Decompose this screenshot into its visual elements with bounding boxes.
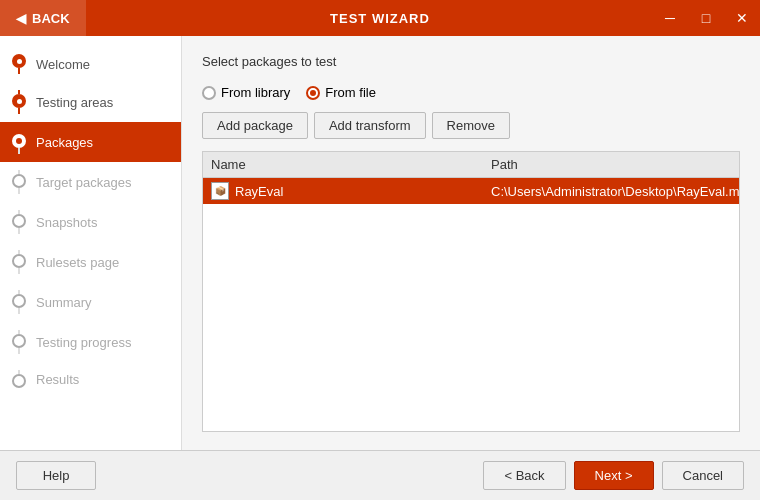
radio-group: From library From file (202, 85, 740, 100)
col-header-path: Path (491, 157, 731, 172)
step-line-ta-bottom (18, 108, 20, 114)
radio-btn-from-file[interactable] (306, 86, 320, 100)
sidebar-item-packages[interactable]: Packages (0, 122, 181, 162)
sidebar-item-testing-areas[interactable]: Testing areas (0, 82, 181, 122)
sidebar-label-target-packages: Target packages (36, 175, 131, 190)
step-circle-target-packages (12, 174, 26, 188)
step-line-rules-bottom (18, 268, 20, 274)
step-indicator-results (10, 370, 28, 388)
remove-button[interactable]: Remove (432, 112, 510, 139)
sidebar-item-summary[interactable]: Summary (0, 282, 181, 322)
step-line-pkg-bottom (18, 148, 20, 154)
step-circle-testing-areas (12, 94, 26, 108)
sidebar-label-rulesets: Rulesets page (36, 255, 119, 270)
table-cell-path: C:\Users\Administrator\Desktop\RayEval.m… (491, 184, 739, 199)
step-indicator-packages (10, 130, 28, 154)
minimize-button[interactable]: ─ (652, 0, 688, 36)
content-area: Select packages to test From library Fro… (182, 36, 760, 450)
main-container: Welcome Testing areas Packages (0, 36, 760, 450)
sidebar-item-welcome[interactable]: Welcome (0, 46, 181, 82)
button-row: Add package Add transform Remove (202, 112, 740, 139)
content-title: Select packages to test (202, 54, 740, 69)
footer-nav-buttons: < Back Next > Cancel (483, 461, 744, 490)
sidebar-label-testing-areas: Testing areas (36, 95, 113, 110)
package-icon: 📦 (211, 182, 229, 200)
next-button[interactable]: Next > (574, 461, 654, 490)
step-circle-packages (12, 134, 26, 148)
step-indicator-snapshots (10, 210, 28, 234)
sidebar-label-results: Results (36, 372, 79, 387)
step-circle-rulesets (12, 254, 26, 268)
sidebar: Welcome Testing areas Packages (0, 36, 182, 450)
window-title: TEST WIZARD (330, 11, 430, 26)
step-circle-summary (12, 294, 26, 308)
step-indicator-welcome (10, 54, 28, 74)
cancel-button[interactable]: Cancel (662, 461, 744, 490)
sidebar-label-summary: Summary (36, 295, 92, 310)
step-line-prog-bottom (18, 348, 20, 354)
sidebar-item-testing-progress[interactable]: Testing progress (0, 322, 181, 362)
window-controls: ─ □ ✕ (652, 0, 760, 36)
radio-from-library[interactable]: From library (202, 85, 290, 100)
step-indicator-summary (10, 290, 28, 314)
radio-btn-from-library[interactable] (202, 86, 216, 100)
step-indicator-target-packages (10, 170, 28, 194)
step-circle-testing-progress (12, 334, 26, 348)
help-button[interactable]: Help (16, 461, 96, 490)
sidebar-item-target-packages[interactable]: Target packages (0, 162, 181, 202)
back-arrow-icon: ◀ (16, 11, 26, 26)
close-button[interactable]: ✕ (724, 0, 760, 36)
table-header: Name Path (203, 152, 739, 178)
step-line-sum-bottom (18, 308, 20, 314)
packages-table: Name Path 📦 RayEval C:\Users\Administrat… (202, 151, 740, 432)
sidebar-label-snapshots: Snapshots (36, 215, 97, 230)
table-body: 📦 RayEval C:\Users\Administrator\Desktop… (203, 178, 739, 431)
back-label: BACK (32, 11, 70, 26)
maximize-button[interactable]: □ (688, 0, 724, 36)
sidebar-label-packages: Packages (36, 135, 93, 150)
sidebar-label-testing-progress: Testing progress (36, 335, 131, 350)
col-header-name: Name (211, 157, 491, 172)
table-cell-name: 📦 RayEval (211, 182, 491, 200)
step-indicator-testing-progress (10, 330, 28, 354)
step-indicator-testing-areas (10, 90, 28, 114)
add-package-button[interactable]: Add package (202, 112, 308, 139)
title-bar: ◀ BACK TEST WIZARD ─ □ ✕ (0, 0, 760, 36)
sidebar-label-welcome: Welcome (36, 57, 90, 72)
radio-from-file[interactable]: From file (306, 85, 376, 100)
footer: Help < Back Next > Cancel (0, 450, 760, 500)
step-circle-snapshots (12, 214, 26, 228)
back-nav-button[interactable]: < Back (483, 461, 565, 490)
step-line-welcome (18, 68, 20, 74)
back-button[interactable]: ◀ BACK (0, 0, 86, 36)
step-line-tp-bottom (18, 188, 20, 194)
sidebar-item-rulesets-page[interactable]: Rulesets page (0, 242, 181, 282)
radio-label-from-file: From file (325, 85, 376, 100)
package-name: RayEval (235, 184, 283, 199)
step-line-snap-bottom (18, 228, 20, 234)
sidebar-item-results[interactable]: Results (0, 362, 181, 396)
step-indicator-rulesets (10, 250, 28, 274)
step-circle-results (12, 374, 26, 388)
add-transform-button[interactable]: Add transform (314, 112, 426, 139)
table-row[interactable]: 📦 RayEval C:\Users\Administrator\Desktop… (203, 178, 739, 204)
sidebar-item-snapshots[interactable]: Snapshots (0, 202, 181, 242)
step-circle-welcome (12, 54, 26, 68)
radio-label-from-library: From library (221, 85, 290, 100)
